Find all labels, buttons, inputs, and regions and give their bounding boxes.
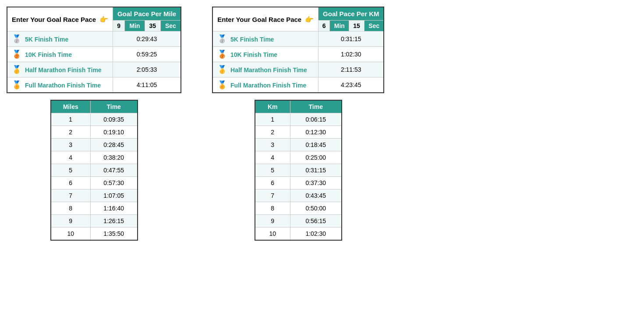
split-time: 0:38:20 [90,151,137,164]
row-label: Half Marathon Finish Time [230,66,307,74]
split-time: 0:28:45 [90,139,137,151]
miles-pace-header: Goal Pace Per Mile [113,7,181,21]
km-min-value[interactable]: 6 [318,21,330,32]
table-row: 🥈 5K Finish Time 0:31:15 [212,32,384,47]
split-unit: 1 [255,113,290,126]
split-unit: 8 [255,202,290,215]
list-item: 2 0:19:10 [51,126,138,139]
miles-goal-label: Enter Your Goal Race Pace [12,16,96,23]
miles-min-label: Min [125,21,145,32]
split-unit: 2 [255,126,290,139]
miles-sec-label: Sec [160,21,181,32]
split-time: 0:19:10 [90,126,137,139]
pointer-icon-km: 👉 [305,16,314,23]
list-item: 6 0:57:30 [51,177,138,189]
miles-pace-table: Enter Your Goal Race Pace 👉 Goal Pace Pe… [7,7,181,93]
table-row: 🥉 10K Finish Time 0:59:25 [7,47,181,62]
table-row: 🥈 5K Finish Time 0:29:43 [7,32,181,47]
list-item: 8 1:16:40 [51,202,138,215]
list-item: 1 0:09:35 [51,113,138,126]
split-time: 0:09:35 [90,113,137,126]
pointer-icon-miles: 👉 [99,16,108,23]
miles-split-col2: Time [90,100,137,113]
list-item: 7 0:43:45 [255,189,342,202]
row-value: 0:59:25 [113,47,181,62]
miles-min-value[interactable]: 9 [113,21,124,32]
split-unit: 1 [51,113,91,126]
split-unit: 5 [51,164,91,177]
table-row: 🥇 Half Marathon Finish Time 2:11:53 [212,62,384,77]
row-label: 10K Finish Time [25,51,72,58]
row-value: 2:05:33 [113,62,181,77]
split-time: 1:02:30 [290,228,342,241]
split-time: 0:56:15 [290,215,342,228]
split-unit: 5 [255,164,290,177]
km-sec-label: Sec [364,21,384,32]
split-time: 1:16:40 [90,202,137,215]
split-time: 0:06:15 [290,113,342,126]
row-label: 10K Finish Time [230,51,277,58]
list-item: 5 0:47:55 [51,164,138,177]
list-item: 4 0:25:00 [255,151,342,164]
split-time: 1:35:50 [90,228,137,241]
list-item: 3 0:28:45 [51,139,138,151]
medal-icon: 🥈 [217,35,227,43]
list-item: 5 0:31:15 [255,164,342,177]
miles-sec-value[interactable]: 35 [145,21,160,32]
split-time: 0:12:30 [290,126,342,139]
row-value: 2:11:53 [318,62,384,77]
split-unit: 8 [51,202,91,215]
km-split-col2: Time [290,100,342,113]
split-unit: 4 [255,151,290,164]
medal-icon: 🥉 [12,50,21,59]
split-unit: 10 [255,228,290,241]
row-label: Full Marathon Finish Time [25,82,101,89]
split-time: 0:18:45 [290,139,342,151]
split-time: 0:43:45 [290,189,342,202]
medal-icon: 🥇 [12,65,21,74]
main-layout: Enter Your Goal Race Pace 👉 Goal Pace Pe… [7,7,637,241]
km-pace-header: Goal Pace Per KM [318,7,384,21]
list-item: 9 0:56:15 [255,215,342,228]
split-time: 0:37:30 [290,177,342,189]
split-time: 0:31:15 [290,164,342,177]
list-item: 9 1:26:15 [51,215,138,228]
row-value: 1:02:30 [318,47,384,62]
split-unit: 10 [51,228,91,241]
km-split-table: Km Time 1 0:06:15 2 0:12:30 3 0:18:45 4 … [255,100,342,241]
km-section: Enter Your Goal Race Pace 👉 Goal Pace Pe… [212,7,384,241]
medal-icon: 🥉 [217,50,227,59]
list-item: 7 1:07:05 [51,189,138,202]
table-row: 🥉 10K Finish Time 1:02:30 [212,47,384,62]
list-item: 1 0:06:15 [255,113,342,126]
split-unit: 9 [51,215,91,228]
km-split-col1: Km [255,100,290,113]
split-unit: 6 [255,177,290,189]
split-unit: 7 [51,189,91,202]
km-pace-table: Enter Your Goal Race Pace 👉 Goal Pace Pe… [212,7,384,93]
miles-split-table: Miles Time 1 0:09:35 2 0:19:10 3 0:28:45… [50,100,138,241]
split-unit: 3 [51,139,91,151]
split-unit: 3 [255,139,290,151]
row-label: Half Marathon Finish Time [25,66,102,74]
miles-split-col1: Miles [51,100,91,113]
medal-icon: 🥇 [217,65,227,74]
table-row: 🏅 Full Marathon Finish Time 4:23:45 [212,77,384,93]
split-unit: 4 [51,151,91,164]
km-min-label: Min [330,21,349,32]
km-sec-value[interactable]: 15 [349,21,364,32]
split-time: 1:26:15 [90,215,137,228]
medal-icon: 🥈 [12,35,21,43]
split-unit: 6 [51,177,91,189]
table-row: 🏅 Full Marathon Finish Time 4:11:05 [7,77,181,93]
split-unit: 2 [51,126,91,139]
split-time: 0:57:30 [90,177,137,189]
medal-icon: 🏅 [12,80,21,89]
row-value: 0:31:15 [318,32,384,47]
row-value: 4:11:05 [113,77,181,93]
split-time: 1:07:05 [90,189,137,202]
list-item: 4 0:38:20 [51,151,138,164]
miles-section: Enter Your Goal Race Pace 👉 Goal Pace Pe… [7,7,181,241]
list-item: 6 0:37:30 [255,177,342,189]
split-time: 0:25:00 [290,151,342,164]
